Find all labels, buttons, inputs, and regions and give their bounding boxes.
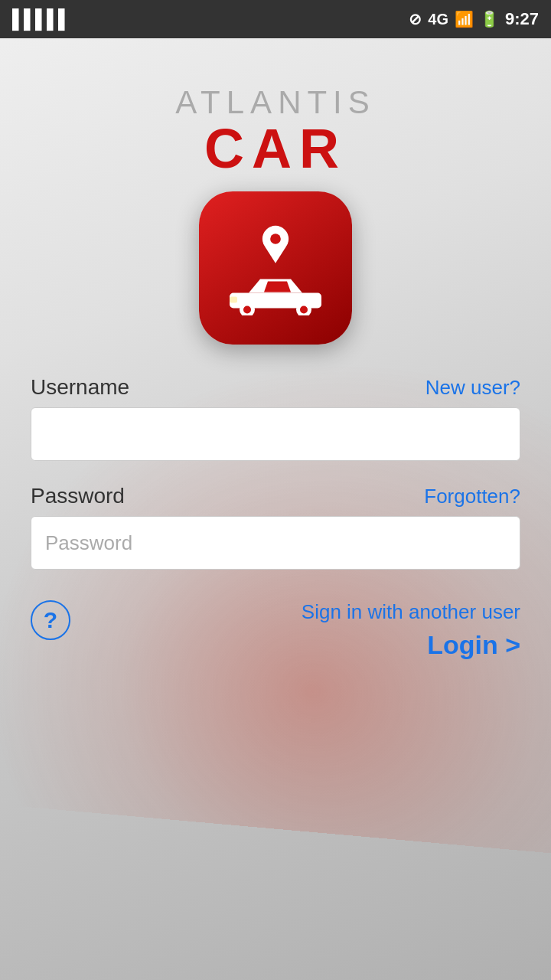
status-bar: ▌▌▌▌▌ ⊘ 4G 📶 🔋 9:27: [0, 0, 551, 38]
logo-area: ATLANTIS CAR: [31, 38, 520, 345]
app-icon-inner: [226, 220, 325, 315]
forgotten-link[interactable]: Forgotten?: [424, 485, 520, 508]
app-icon: [199, 191, 352, 345]
logo-top-text: ATLANTIS: [175, 84, 376, 121]
main-content: ATLANTIS CAR: [0, 38, 551, 660]
password-input[interactable]: [31, 516, 520, 570]
no-signal-icon: ⊘: [409, 10, 422, 28]
password-label: Password: [31, 484, 125, 508]
clock: 9:27: [505, 9, 539, 29]
username-label: Username: [31, 375, 129, 400]
username-input[interactable]: [31, 407, 520, 461]
right-links: Sign in with another user Login >: [302, 600, 520, 660]
car-silhouette-icon: [226, 270, 325, 315]
svg-rect-9: [230, 297, 237, 303]
login-form: Username New user? Password Forgotten? ?…: [31, 375, 520, 660]
svg-marker-2: [265, 247, 285, 263]
sign-in-another-link[interactable]: Sign in with another user: [302, 600, 520, 624]
help-icon: ?: [44, 607, 57, 633]
signal-bars-icon: 📶: [455, 10, 474, 28]
login-button[interactable]: Login >: [427, 630, 520, 660]
network-label: 4G: [428, 11, 448, 28]
logo-main-text: CAR: [204, 121, 347, 176]
svg-point-5: [243, 306, 251, 314]
svg-point-7: [300, 306, 308, 314]
status-left: ▌▌▌▌▌: [12, 8, 70, 30]
help-button[interactable]: ?: [31, 600, 70, 640]
bottom-row: ? Sign in with another user Login >: [31, 600, 520, 660]
password-row: Password Forgotten?: [31, 484, 520, 508]
barcode-icon: ▌▌▌▌▌: [12, 8, 70, 30]
location-pin-icon: [253, 220, 298, 266]
battery-icon: 🔋: [480, 10, 499, 28]
new-user-link[interactable]: New user?: [425, 376, 520, 400]
username-row: Username New user?: [31, 375, 520, 400]
svg-rect-8: [314, 297, 321, 303]
status-right: ⊘ 4G 📶 🔋 9:27: [409, 9, 539, 29]
svg-point-1: [270, 234, 281, 244]
